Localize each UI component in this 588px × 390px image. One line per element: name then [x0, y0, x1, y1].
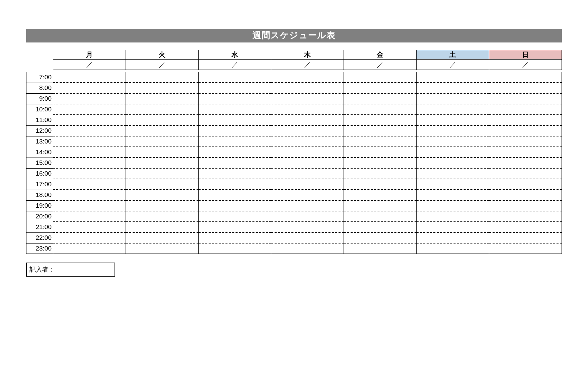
schedule-cell[interactable]: [199, 72, 271, 83]
schedule-cell[interactable]: [344, 222, 417, 232]
schedule-cell[interactable]: [417, 168, 489, 179]
schedule-cell[interactable]: [489, 200, 562, 211]
schedule-cell[interactable]: [417, 222, 489, 232]
schedule-cell[interactable]: [271, 104, 344, 115]
schedule-cell[interactable]: [53, 147, 126, 158]
schedule-cell[interactable]: [199, 222, 271, 232]
schedule-cell[interactable]: [271, 232, 344, 243]
schedule-cell[interactable]: [126, 125, 199, 136]
schedule-cell[interactable]: [489, 211, 562, 222]
schedule-cell[interactable]: [489, 115, 562, 125]
schedule-cell[interactable]: [489, 222, 562, 232]
schedule-cell[interactable]: [489, 168, 562, 179]
schedule-cell[interactable]: [126, 222, 199, 232]
date-cell[interactable]: ／: [126, 60, 199, 70]
date-cell[interactable]: ／: [271, 60, 344, 70]
schedule-cell[interactable]: [53, 211, 126, 222]
schedule-cell[interactable]: [271, 190, 344, 200]
date-cell[interactable]: ／: [417, 60, 489, 70]
schedule-cell[interactable]: [271, 83, 344, 93]
schedule-cell[interactable]: [417, 125, 489, 136]
schedule-cell[interactable]: [344, 168, 417, 179]
schedule-cell[interactable]: [489, 93, 562, 104]
schedule-cell[interactable]: [53, 200, 126, 211]
schedule-cell[interactable]: [199, 104, 271, 115]
schedule-cell[interactable]: [489, 136, 562, 147]
schedule-cell[interactable]: [344, 93, 417, 104]
schedule-cell[interactable]: [271, 243, 344, 254]
schedule-cell[interactable]: [417, 158, 489, 168]
schedule-cell[interactable]: [126, 147, 199, 158]
schedule-cell[interactable]: [271, 168, 344, 179]
schedule-cell[interactable]: [344, 136, 417, 147]
schedule-cell[interactable]: [417, 115, 489, 125]
schedule-cell[interactable]: [489, 147, 562, 158]
schedule-cell[interactable]: [417, 179, 489, 190]
schedule-cell[interactable]: [271, 125, 344, 136]
schedule-cell[interactable]: [344, 211, 417, 222]
schedule-cell[interactable]: [489, 104, 562, 115]
date-cell[interactable]: ／: [199, 60, 271, 70]
author-box[interactable]: 記入者：: [26, 263, 115, 277]
schedule-cell[interactable]: [199, 200, 271, 211]
schedule-cell[interactable]: [53, 136, 126, 147]
schedule-cell[interactable]: [126, 136, 199, 147]
schedule-cell[interactable]: [53, 72, 126, 83]
schedule-cell[interactable]: [417, 136, 489, 147]
schedule-cell[interactable]: [489, 243, 562, 254]
schedule-cell[interactable]: [417, 93, 489, 104]
schedule-cell[interactable]: [417, 147, 489, 158]
schedule-cell[interactable]: [126, 200, 199, 211]
schedule-cell[interactable]: [489, 72, 562, 83]
schedule-cell[interactable]: [126, 168, 199, 179]
schedule-cell[interactable]: [271, 222, 344, 232]
schedule-cell[interactable]: [199, 115, 271, 125]
schedule-cell[interactable]: [417, 200, 489, 211]
date-cell[interactable]: ／: [53, 60, 126, 70]
schedule-cell[interactable]: [271, 200, 344, 211]
schedule-cell[interactable]: [126, 83, 199, 93]
schedule-cell[interactable]: [271, 211, 344, 222]
schedule-cell[interactable]: [344, 200, 417, 211]
schedule-cell[interactable]: [199, 83, 271, 93]
schedule-cell[interactable]: [53, 158, 126, 168]
schedule-cell[interactable]: [489, 83, 562, 93]
schedule-cell[interactable]: [417, 104, 489, 115]
schedule-cell[interactable]: [126, 232, 199, 243]
schedule-cell[interactable]: [271, 93, 344, 104]
schedule-cell[interactable]: [126, 93, 199, 104]
schedule-cell[interactable]: [199, 147, 271, 158]
schedule-cell[interactable]: [271, 179, 344, 190]
schedule-cell[interactable]: [344, 115, 417, 125]
schedule-cell[interactable]: [126, 104, 199, 115]
schedule-cell[interactable]: [126, 190, 199, 200]
schedule-cell[interactable]: [126, 179, 199, 190]
schedule-cell[interactable]: [489, 158, 562, 168]
schedule-cell[interactable]: [199, 168, 271, 179]
schedule-cell[interactable]: [53, 243, 126, 254]
schedule-cell[interactable]: [199, 158, 271, 168]
schedule-cell[interactable]: [489, 232, 562, 243]
schedule-cell[interactable]: [53, 222, 126, 232]
schedule-cell[interactable]: [199, 232, 271, 243]
schedule-cell[interactable]: [417, 190, 489, 200]
schedule-cell[interactable]: [199, 243, 271, 254]
schedule-cell[interactable]: [489, 125, 562, 136]
date-cell[interactable]: ／: [489, 60, 562, 70]
schedule-cell[interactable]: [417, 243, 489, 254]
schedule-cell[interactable]: [344, 72, 417, 83]
schedule-cell[interactable]: [271, 158, 344, 168]
schedule-cell[interactable]: [53, 115, 126, 125]
schedule-cell[interactable]: [417, 211, 489, 222]
schedule-cell[interactable]: [344, 104, 417, 115]
schedule-cell[interactable]: [53, 190, 126, 200]
schedule-cell[interactable]: [53, 168, 126, 179]
schedule-cell[interactable]: [53, 232, 126, 243]
schedule-cell[interactable]: [126, 158, 199, 168]
schedule-cell[interactable]: [199, 136, 271, 147]
schedule-cell[interactable]: [489, 179, 562, 190]
schedule-cell[interactable]: [53, 104, 126, 115]
schedule-cell[interactable]: [126, 211, 199, 222]
schedule-cell[interactable]: [271, 136, 344, 147]
schedule-cell[interactable]: [126, 243, 199, 254]
